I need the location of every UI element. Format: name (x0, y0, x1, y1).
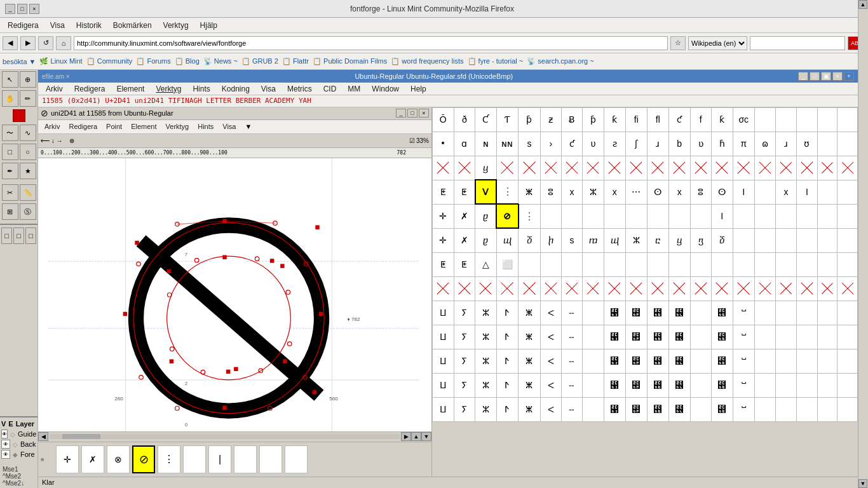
glyph-minimize[interactable]: _ (396, 109, 406, 118)
glyph-cell[interactable] (817, 107, 837, 132)
glyph-cell[interactable] (625, 204, 647, 228)
glyph-cell[interactable]: ɷ (754, 132, 775, 156)
glyph-cell[interactable]: x (561, 180, 582, 204)
glyph-cell[interactable]: ƨ (604, 132, 625, 156)
ff-menu-element[interactable]: Element (111, 83, 149, 95)
glyph-cell[interactable]: ð (454, 107, 475, 132)
layer-back-label[interactable]: Back (20, 440, 36, 448)
tool-zoom[interactable]: ⊕ (20, 71, 36, 88)
glyph-cell[interactable]: s (519, 132, 540, 156)
layer-fore-eye[interactable]: 👁 (1, 450, 10, 459)
menu-visa[interactable]: Visa (45, 20, 70, 31)
menu-hjalp[interactable]: Hjälp (195, 20, 222, 31)
glyph-cell[interactable] (454, 276, 475, 301)
glyph-cell[interactable] (817, 325, 837, 349)
ff-menu-window[interactable]: Window (367, 83, 404, 95)
hscroll-thumb[interactable] (62, 434, 100, 439)
ff-menu-hints[interactable]: Hints (187, 83, 215, 95)
ff-close[interactable]: × (832, 72, 843, 81)
layer-guide-eye[interactable]: 👁 (1, 430, 8, 438)
glyph-close[interactable]: × (419, 109, 429, 118)
glyph-cell[interactable]: ⋮ (496, 180, 519, 204)
glyph-menu-point[interactable]: Point (102, 122, 126, 131)
bookmark-wordfreq[interactable]: 📋 word frequency lists (391, 57, 463, 65)
glyph-cell[interactable] (837, 204, 858, 228)
titlebar-maximize[interactable]: □ (17, 4, 27, 14)
tool-ruler[interactable]: 📏 (20, 184, 36, 201)
glyph-cell[interactable]: ⵟ (454, 180, 475, 204)
glyph-cell[interactable] (496, 156, 519, 180)
glyph-cell[interactable]: ⴂ (690, 228, 711, 252)
glyph-cell[interactable]: ⵥ (519, 301, 540, 325)
glyph-cell[interactable] (817, 373, 837, 397)
glyph-cell[interactable]: ⵟ (433, 180, 454, 204)
glyph-cell[interactable] (754, 252, 775, 276)
glyph-cell[interactable]: ⵟ (433, 252, 454, 276)
glyph-cell[interactable] (776, 156, 797, 180)
glyph-cell[interactable] (604, 204, 625, 228)
glyph-cell[interactable]: ⵩ (604, 349, 625, 373)
glyph-cell[interactable]: ✗ (454, 228, 475, 252)
glyph-cell[interactable] (754, 204, 775, 228)
glyph-cell[interactable]: ⵯ (733, 397, 754, 421)
thumb-cell-empty3[interactable] (259, 445, 282, 473)
glyph-cell[interactable]: ⵧ (561, 373, 582, 397)
glyph-grid-wrapper[interactable]: ŌðƇƬƥƶɃƥƙﬁﬂƈfƙσcꞏɑɴɴɴs›ƈυƨʃɹbʋɦπɷɹʊⴁⵟⵟⴸ⋮… (432, 107, 858, 477)
glyph-cell[interactable]: ƥ (519, 107, 540, 132)
tool-pen[interactable]: ✒ (2, 163, 18, 179)
menu-verktyg[interactable]: Verktyg (158, 20, 194, 31)
thumb-cell-empty2[interactable] (234, 445, 257, 473)
glyph-cell[interactable]: x (668, 180, 690, 204)
glyph-cell[interactable]: ⴁ (475, 156, 496, 180)
ff-menu-visa[interactable]: Visa (256, 83, 281, 95)
glyph-cell[interactable] (754, 276, 775, 301)
glyph-cell[interactable]: ⵡ (433, 301, 454, 325)
glyph-cell[interactable]: ⵩ (604, 301, 625, 325)
glyph-cell[interactable] (711, 252, 733, 276)
nav-star[interactable]: ☆ (670, 36, 686, 50)
menu-historik[interactable]: Historik (71, 20, 107, 31)
ff-menu-kodning[interactable]: Kodning (217, 83, 255, 95)
glyph-menu-arkiv[interactable]: Arkiv (41, 122, 64, 131)
glyph-cell[interactable]: ƙ (604, 107, 625, 132)
glyph-cell[interactable] (817, 156, 837, 180)
thumb-cell-dots[interactable]: ⋮ (158, 445, 180, 473)
glyph-cell[interactable] (583, 397, 604, 421)
glyph-cell[interactable]: ⵓ (540, 180, 561, 204)
glyph-cell[interactable] (796, 301, 817, 325)
ff-menu-arkiv[interactable]: Arkiv (41, 83, 68, 95)
glyph-cell[interactable] (583, 276, 604, 301)
glyph-cell[interactable] (776, 107, 797, 132)
glyph-cell[interactable]: ⴓ (496, 228, 519, 252)
glyph-cell[interactable] (837, 301, 858, 325)
glyph-cell[interactable] (540, 276, 561, 301)
glyph-cell[interactable]: ⊘ (496, 204, 519, 228)
glyph-cell[interactable]: ⵫ (647, 301, 668, 325)
glyph-cell[interactable] (837, 132, 858, 156)
glyph-cell[interactable]: ⵣ (475, 373, 496, 397)
glyph-cell[interactable]: ⵥ (519, 373, 540, 397)
ff-menu-redigera[interactable]: Redigera (69, 83, 111, 95)
glyph-cell[interactable]: › (540, 132, 561, 156)
glyph-cell[interactable]: ⵪ (625, 349, 647, 373)
tool-rect[interactable]: □ (2, 144, 18, 160)
glyph-cell[interactable]: ⵪ (625, 397, 647, 421)
ff-menu-cid[interactable]: CID (318, 83, 342, 95)
glyph-cell[interactable]: ⵡ (433, 349, 454, 373)
glyph-cell[interactable]: ⵯ (733, 373, 754, 397)
glyph-cell[interactable]: ƙ (711, 107, 733, 132)
glyph-cell[interactable] (561, 276, 582, 301)
glyph-cell[interactable]: ⵤ (496, 373, 519, 397)
glyph-cell[interactable] (668, 252, 690, 276)
glyph-cell[interactable]: υ (583, 132, 604, 156)
glyph-cell[interactable] (690, 156, 711, 180)
ff-menu-help[interactable]: Help (405, 83, 431, 95)
bookmark-flattr[interactable]: 📋 Flattr (282, 57, 309, 65)
glyph-cell[interactable] (796, 107, 817, 132)
glyph-cell[interactable]: ⵪ (625, 325, 647, 349)
glyph-cell[interactable] (837, 373, 858, 397)
glyph-cell[interactable]: ⵢ (454, 397, 475, 421)
glyph-cell[interactable] (837, 156, 858, 180)
glyph-cell[interactable] (733, 252, 754, 276)
glyph-cell[interactable]: ⵦ (540, 397, 561, 421)
